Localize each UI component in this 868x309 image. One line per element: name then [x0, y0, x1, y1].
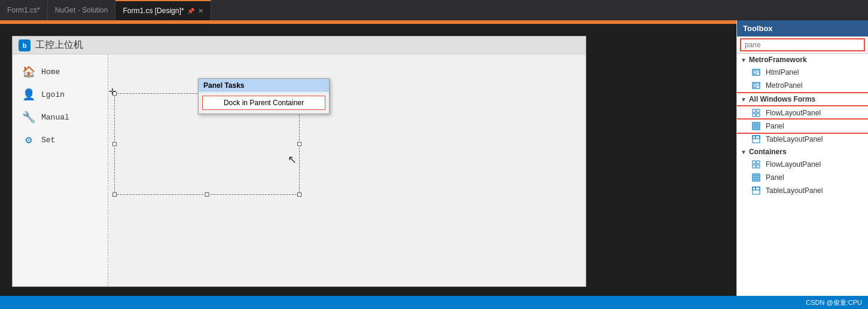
- tab-form1cs[interactable]: Form1.cs*: [0, 0, 48, 20]
- svg-rect-35: [756, 187, 760, 190]
- svg-rect-8: [753, 109, 756, 112]
- group-containers-label: Containers: [749, 148, 787, 156]
- svg-rect-9: [757, 109, 760, 112]
- group-metroframework-arrow: ▼: [741, 57, 747, 63]
- nav-item-manual-label: Manual: [41, 113, 69, 122]
- toolbox-item-tablelayoutpanel1[interactable]: TableLayoutPanel: [737, 133, 868, 146]
- toolbox-title: Toolbox: [737, 20, 868, 36]
- form-canvas: b 工控上位机 🏠 Home 👤 Lgoin 🔧 Manual ⚙: [12, 36, 586, 287]
- toolbox-item-htmlpanel[interactable]: HtmlPanel: [737, 66, 868, 79]
- group-containers-arrow: ▼: [741, 149, 747, 155]
- handle-br[interactable]: [297, 192, 301, 197]
- set-icon: ⚙: [22, 133, 35, 146]
- close-icon[interactable]: ✕: [198, 7, 203, 15]
- svg-rect-11: [757, 114, 760, 117]
- tab-nuget[interactable]: NuGet - Solution: [48, 0, 116, 20]
- nav-item-set[interactable]: ⚙ Set: [13, 129, 108, 151]
- group-metroframework-label: MetroFramework: [749, 56, 807, 64]
- handle-mr[interactable]: [297, 142, 301, 146]
- group-allwindowsforms-arrow: ▼: [741, 96, 747, 103]
- handle-bl[interactable]: [112, 192, 117, 197]
- login-icon: 👤: [22, 88, 35, 101]
- form-nav: 🏠 Home 👤 Lgoin 🔧 Manual ⚙ Set: [13, 54, 108, 286]
- svg-rect-10: [753, 114, 756, 117]
- nav-item-home-label: Home: [41, 68, 60, 77]
- svg-rect-33: [753, 187, 760, 194]
- svg-rect-22: [753, 161, 756, 164]
- tablelayoutpanel2-icon: [751, 186, 761, 195]
- metropanel-label: MetroPanel: [766, 81, 802, 90]
- svg-rect-21: [756, 136, 760, 139]
- tab-form1design[interactable]: Form1.cs [Design]* 📌 ✕: [115, 0, 211, 20]
- svg-rect-34: [753, 187, 756, 190]
- group-allwindowsforms[interactable]: ▼ All Windows Forms: [737, 93, 868, 105]
- toolbox-item-panel1[interactable]: Panel: [737, 120, 868, 133]
- handle-bm[interactable]: [205, 192, 209, 197]
- main-area: b 工控上位机 🏠 Home 👤 Lgoin 🔧 Manual ⚙: [0, 20, 868, 296]
- svg-rect-20: [753, 136, 756, 139]
- metropanel-icon: [751, 81, 761, 90]
- home-icon: 🏠: [22, 65, 35, 78]
- move-icon: ✛: [106, 85, 118, 97]
- toolbox-content: ▼ MetroFramework HtmlPanel MetroPanel ▼ …: [737, 54, 868, 296]
- handle-ml[interactable]: [112, 142, 117, 146]
- htmlpanel-icon: [751, 68, 761, 77]
- nav-item-home[interactable]: 🏠 Home: [13, 60, 108, 83]
- panel-tasks-body: Dock in Parent Container: [199, 92, 329, 114]
- flowlayoutpanel2-label: FlowLayoutPanel: [766, 160, 821, 169]
- tab-form1cs-label: Form1.cs*: [7, 6, 40, 14]
- toolbox-item-tablelayoutpanel2[interactable]: TableLayoutPanel: [737, 184, 868, 197]
- footer-bar: CSDN @俊童:CPU: [0, 296, 868, 309]
- designer-top-bar: [0, 20, 736, 24]
- tablelayoutpanel1-label: TableLayoutPanel: [766, 135, 823, 143]
- svg-rect-24: [753, 165, 756, 168]
- form-title-text: 工控上位机: [35, 39, 83, 51]
- toolbox-search-input[interactable]: [741, 39, 864, 51]
- form-icon: b: [19, 39, 31, 51]
- nav-item-login[interactable]: 👤 Lgoin: [13, 83, 108, 106]
- toolbox-search-container: [737, 36, 868, 54]
- svg-rect-25: [757, 165, 760, 168]
- toolbox-item-metropanel[interactable]: MetroPanel: [737, 79, 868, 92]
- pin-icon[interactable]: 📌: [187, 8, 194, 14]
- svg-rect-19: [753, 136, 760, 143]
- svg-rect-23: [757, 161, 760, 164]
- tab-nuget-label: NuGet - Solution: [55, 6, 108, 14]
- panel2-label: Panel: [766, 173, 784, 182]
- group-allwindowsforms-label: All Windows Forms: [749, 95, 815, 103]
- panel2-icon: [751, 173, 761, 182]
- designer-area: b 工控上位机 🏠 Home 👤 Lgoin 🔧 Manual ⚙: [0, 20, 736, 296]
- panel1-label: Panel: [766, 122, 784, 130]
- tab-form1design-label: Form1.cs [Design]*: [123, 7, 184, 15]
- flowlayoutpanel1-icon: [751, 108, 761, 118]
- panel-tasks-popup: Panel Tasks Dock in Parent Container: [198, 78, 330, 114]
- manual-icon: 🔧: [22, 111, 35, 124]
- nav-item-set-label: Set: [41, 136, 55, 145]
- flowlayoutpanel1-label: FlowLayoutPanel: [766, 109, 821, 117]
- toolbox-item-panel2[interactable]: Panel: [737, 171, 868, 184]
- group-metroframework[interactable]: ▼ MetroFramework: [737, 54, 868, 66]
- nav-item-login-label: Lgoin: [41, 90, 65, 99]
- footer-credit: CSDN @俊童:CPU: [806, 298, 862, 307]
- toolbox-panel: Toolbox ▼ MetroFramework HtmlPanel Metro…: [736, 20, 868, 296]
- tablelayoutpanel2-label: TableLayoutPanel: [766, 186, 823, 195]
- panel1-icon: [751, 121, 761, 131]
- flowlayoutpanel2-icon: [751, 160, 761, 169]
- panel-tasks-header: Panel Tasks: [199, 79, 329, 92]
- toolbox-item-flowlayoutpanel2[interactable]: FlowLayoutPanel: [737, 158, 868, 171]
- svg-rect-1: [754, 71, 756, 74]
- group-containers[interactable]: ▼ Containers: [737, 146, 868, 158]
- tab-bar: Form1.cs* NuGet - Solution Form1.cs [Des…: [0, 0, 868, 20]
- htmlpanel-label: HtmlPanel: [766, 68, 799, 77]
- nav-item-manual[interactable]: 🔧 Manual: [13, 106, 108, 129]
- form-title-bar: b 工控上位机: [13, 36, 586, 54]
- toolbox-item-flowlayoutpanel1[interactable]: FlowLayoutPanel: [737, 106, 868, 120]
- svg-rect-5: [754, 84, 756, 87]
- tablelayoutpanel1-icon: [751, 134, 761, 144]
- dock-in-parent-button[interactable]: Dock in Parent Container: [202, 96, 325, 110]
